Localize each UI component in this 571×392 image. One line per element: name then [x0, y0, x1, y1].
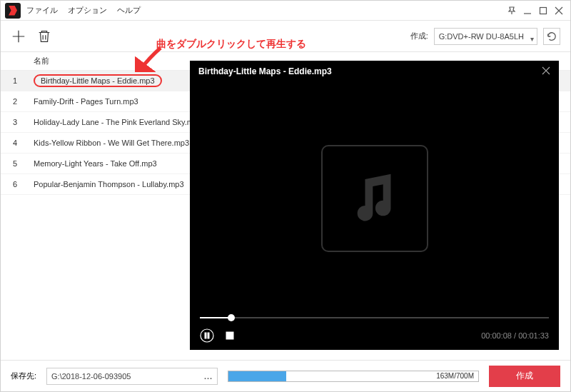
delete-icon[interactable]: [36, 29, 52, 44]
pause-button[interactable]: [200, 328, 214, 343]
track-name: Kids-Yellow Ribbon - We Will Get There.m…: [34, 139, 189, 147]
svg-rect-2: [205, 333, 206, 338]
track-name: Holiday-Lady Lane - The Pink Everland Sk…: [34, 118, 202, 126]
time-display: 00:00:08 / 00:01:33: [481, 331, 549, 340]
save-path-text: G:\2018-12-06-093905: [51, 372, 204, 381]
bottom-bar: 保存先: G:\2018-12-06-093905 ... 163M/700M …: [1, 360, 570, 391]
titlebar: ファイル オプション ヘルプ: [1, 1, 570, 21]
create-button[interactable]: 作成: [489, 366, 560, 387]
pause-icon: [200, 328, 214, 343]
track-name: Memory-Light Years - Take Off.mp3: [34, 159, 157, 168]
player-title: Birthday-Little Maps - Eddie.mp3: [198, 66, 332, 76]
row-number: 6: [1, 180, 29, 189]
player-header: Birthday-Little Maps - Eddie.mp3: [190, 61, 559, 82]
time-duration: 00:01:33: [518, 331, 549, 340]
app-logo: [5, 3, 21, 19]
pin-icon[interactable]: [507, 6, 516, 15]
row-number: 5: [1, 159, 29, 168]
track-name: Birthday-Little Maps - Eddie.mp3: [34, 74, 162, 87]
menu-help[interactable]: ヘルプ: [117, 5, 141, 16]
row-number: 3: [1, 118, 29, 126]
track-name: Popular-Benjamin Thompson - Lullaby.mp3: [34, 180, 184, 189]
progress-bar[interactable]: [190, 314, 559, 321]
player-controls: 00:00:08 / 00:01:33: [190, 321, 559, 350]
refresh-button[interactable]: [543, 28, 560, 45]
main-menu: ファイル オプション ヘルプ: [26, 5, 141, 16]
menu-file[interactable]: ファイル: [26, 5, 58, 16]
row-number: 1: [1, 76, 29, 85]
progress-knob[interactable]: [228, 314, 235, 321]
save-path-field[interactable]: G:\2018-12-06-093905 ...: [46, 368, 218, 385]
stop-icon: [223, 328, 237, 343]
svg-point-1: [201, 329, 213, 342]
close-icon[interactable]: [555, 6, 563, 15]
row-number: 4: [1, 139, 29, 147]
browse-button[interactable]: ...: [204, 372, 213, 381]
capacity-fill: [228, 371, 286, 381]
time-elapsed: 00:00:08: [481, 331, 512, 340]
menu-options[interactable]: オプション: [68, 5, 107, 16]
player-window: Birthday-Little Maps - Eddie.mp3 00:00:0…: [190, 61, 559, 350]
close-icon: [542, 66, 550, 75]
svg-rect-0: [540, 7, 547, 14]
maximize-icon[interactable]: [539, 6, 547, 15]
row-number: 2: [1, 97, 29, 106]
refresh-icon: [547, 31, 557, 41]
music-note-icon: [343, 166, 407, 231]
capacity-text: 163M/700M: [436, 371, 474, 381]
minimize-icon[interactable]: [523, 6, 532, 15]
hint-arrow-icon: [135, 44, 163, 72]
player-close-button[interactable]: [542, 66, 550, 77]
capacity-bar: 163M/700M: [228, 371, 479, 382]
create-label: 作成:: [410, 31, 428, 41]
music-placeholder: [321, 145, 428, 252]
track-name: Family-Drift - Pages Turn.mp3: [34, 97, 138, 106]
svg-rect-3: [208, 333, 209, 338]
player-artwork: [190, 82, 559, 314]
hint-text: 曲をダブルクリックして再生する: [156, 38, 306, 51]
add-icon[interactable]: [11, 29, 26, 44]
svg-rect-4: [226, 332, 233, 339]
window-buttons: [507, 6, 570, 15]
save-label: 保存先:: [11, 371, 36, 381]
drive-select[interactable]: G:DVD+-RW DU-8A5LH: [434, 28, 537, 45]
toolbar-right: 作成: G:DVD+-RW DU-8A5LH: [410, 28, 560, 45]
stop-button[interactable]: [223, 328, 237, 343]
